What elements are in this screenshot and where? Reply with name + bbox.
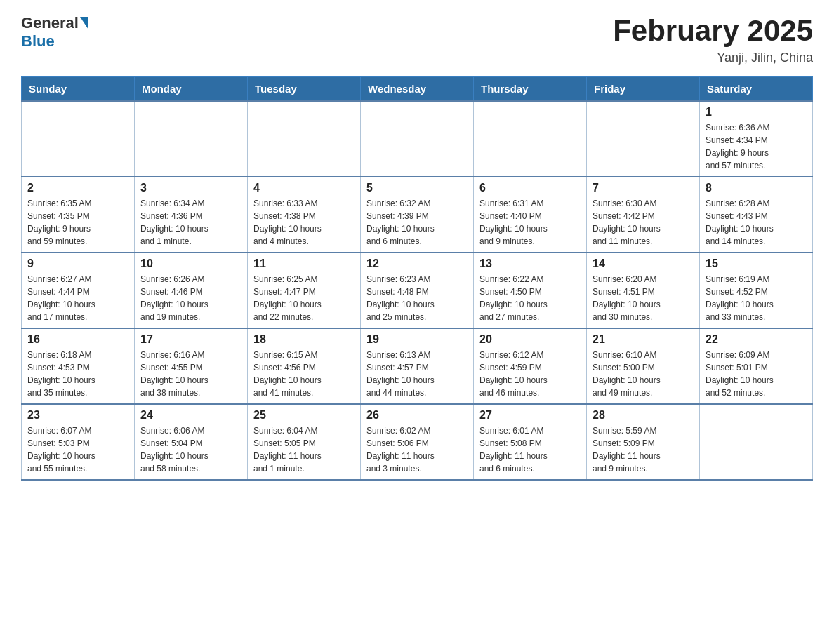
- day-info: Sunrise: 6:15 AM Sunset: 4:56 PM Dayligh…: [253, 349, 355, 399]
- day-number: 12: [366, 257, 468, 270]
- logo-general-text: General: [21, 14, 79, 32]
- logo: General Blue: [21, 14, 90, 51]
- day-info: Sunrise: 6:02 AM Sunset: 5:06 PM Dayligh…: [366, 424, 468, 475]
- day-info: Sunrise: 6:30 AM Sunset: 4:42 PM Dayligh…: [593, 197, 694, 248]
- day-number: 3: [140, 182, 241, 194]
- day-info: Sunrise: 6:22 AM Sunset: 4:50 PM Dayligh…: [479, 273, 581, 323]
- calendar-cell: 8Sunrise: 6:28 AM Sunset: 4:43 PM Daylig…: [700, 177, 813, 253]
- day-info: Sunrise: 6:34 AM Sunset: 4:36 PM Dayligh…: [140, 197, 241, 248]
- calendar-cell: [361, 101, 474, 177]
- calendar-week-row: 23Sunrise: 6:07 AM Sunset: 5:03 PM Dayli…: [22, 404, 813, 480]
- calendar-cell: [587, 101, 700, 177]
- day-number: 9: [27, 257, 128, 270]
- day-number: 19: [366, 333, 468, 346]
- day-info: Sunrise: 6:27 AM Sunset: 4:44 PM Dayligh…: [27, 273, 128, 323]
- day-number: 28: [593, 409, 694, 422]
- day-number: 14: [593, 257, 694, 270]
- calendar-cell: [22, 101, 135, 177]
- calendar-cell: 5Sunrise: 6:32 AM Sunset: 4:39 PM Daylig…: [361, 177, 474, 253]
- day-number: 1: [706, 106, 807, 119]
- calendar-cell: 18Sunrise: 6:15 AM Sunset: 4:56 PM Dayli…: [248, 328, 361, 404]
- calendar-header-tuesday: Tuesday: [248, 77, 361, 102]
- calendar-cell: 19Sunrise: 6:13 AM Sunset: 4:57 PM Dayli…: [361, 328, 474, 404]
- calendar-cell: 11Sunrise: 6:25 AM Sunset: 4:47 PM Dayli…: [248, 253, 361, 328]
- calendar-week-row: 16Sunrise: 6:18 AM Sunset: 4:53 PM Dayli…: [22, 328, 813, 404]
- calendar-cell: 21Sunrise: 6:10 AM Sunset: 5:00 PM Dayli…: [587, 328, 700, 404]
- calendar-cell: 26Sunrise: 6:02 AM Sunset: 5:06 PM Dayli…: [361, 404, 474, 480]
- day-info: Sunrise: 6:13 AM Sunset: 4:57 PM Dayligh…: [366, 349, 468, 399]
- title-block: February 2025 Yanji, Jilin, China: [613, 14, 813, 65]
- calendar-cell: 28Sunrise: 5:59 AM Sunset: 5:09 PM Dayli…: [587, 404, 700, 480]
- calendar-cell: 15Sunrise: 6:19 AM Sunset: 4:52 PM Dayli…: [700, 253, 813, 328]
- day-number: 15: [706, 257, 807, 270]
- calendar-header-wednesday: Wednesday: [361, 77, 474, 102]
- calendar-cell: 2Sunrise: 6:35 AM Sunset: 4:35 PM Daylig…: [22, 177, 135, 253]
- calendar-cell: 3Sunrise: 6:34 AM Sunset: 4:36 PM Daylig…: [135, 177, 248, 253]
- calendar-cell: [135, 101, 248, 177]
- day-number: 4: [253, 182, 355, 194]
- calendar-cell: 25Sunrise: 6:04 AM Sunset: 5:05 PM Dayli…: [248, 404, 361, 480]
- calendar-header-monday: Monday: [135, 77, 248, 102]
- day-info: Sunrise: 6:12 AM Sunset: 4:59 PM Dayligh…: [479, 349, 581, 399]
- calendar-cell: [700, 404, 813, 480]
- day-number: 27: [479, 409, 581, 422]
- day-info: Sunrise: 6:07 AM Sunset: 5:03 PM Dayligh…: [27, 424, 128, 475]
- day-info: Sunrise: 6:18 AM Sunset: 4:53 PM Dayligh…: [27, 349, 128, 399]
- day-info: Sunrise: 6:31 AM Sunset: 4:40 PM Dayligh…: [479, 197, 581, 248]
- calendar-cell: 22Sunrise: 6:09 AM Sunset: 5:01 PM Dayli…: [700, 328, 813, 404]
- location-subtitle: Yanji, Jilin, China: [613, 51, 813, 65]
- calendar-cell: 9Sunrise: 6:27 AM Sunset: 4:44 PM Daylig…: [22, 253, 135, 328]
- day-number: 8: [706, 182, 807, 194]
- calendar-cell: 12Sunrise: 6:23 AM Sunset: 4:48 PM Dayli…: [361, 253, 474, 328]
- calendar-cell: 27Sunrise: 6:01 AM Sunset: 5:08 PM Dayli…: [474, 404, 587, 480]
- logo-triangle-icon: [80, 17, 88, 29]
- calendar-cell: 6Sunrise: 6:31 AM Sunset: 4:40 PM Daylig…: [474, 177, 587, 253]
- day-number: 25: [253, 409, 355, 422]
- day-number: 24: [140, 409, 241, 422]
- month-title: February 2025: [613, 14, 813, 48]
- day-number: 13: [479, 257, 581, 270]
- calendar-cell: 23Sunrise: 6:07 AM Sunset: 5:03 PM Dayli…: [22, 404, 135, 480]
- page-header: General Blue February 2025 Yanji, Jilin,…: [21, 14, 813, 65]
- day-info: Sunrise: 6:01 AM Sunset: 5:08 PM Dayligh…: [479, 424, 581, 475]
- calendar-cell: 4Sunrise: 6:33 AM Sunset: 4:38 PM Daylig…: [248, 177, 361, 253]
- day-number: 11: [253, 257, 355, 270]
- calendar-cell: 7Sunrise: 6:30 AM Sunset: 4:42 PM Daylig…: [587, 177, 700, 253]
- calendar-cell: 20Sunrise: 6:12 AM Sunset: 4:59 PM Dayli…: [474, 328, 587, 404]
- day-number: 22: [706, 333, 807, 346]
- calendar-cell: 13Sunrise: 6:22 AM Sunset: 4:50 PM Dayli…: [474, 253, 587, 328]
- day-number: 7: [593, 182, 694, 194]
- day-number: 10: [140, 257, 241, 270]
- day-info: Sunrise: 6:25 AM Sunset: 4:47 PM Dayligh…: [253, 273, 355, 323]
- day-number: 20: [479, 333, 581, 346]
- calendar-header-sunday: Sunday: [22, 77, 135, 102]
- calendar-week-row: 2Sunrise: 6:35 AM Sunset: 4:35 PM Daylig…: [22, 177, 813, 253]
- calendar-cell: [248, 101, 361, 177]
- day-info: Sunrise: 6:10 AM Sunset: 5:00 PM Dayligh…: [593, 349, 694, 399]
- calendar-week-row: 1Sunrise: 6:36 AM Sunset: 4:34 PM Daylig…: [22, 101, 813, 177]
- logo-blue-text: Blue: [21, 32, 55, 51]
- day-info: Sunrise: 6:16 AM Sunset: 4:55 PM Dayligh…: [140, 349, 241, 399]
- calendar-header-friday: Friday: [587, 77, 700, 102]
- calendar-header-thursday: Thursday: [474, 77, 587, 102]
- day-number: 6: [479, 182, 581, 194]
- calendar-cell: 1Sunrise: 6:36 AM Sunset: 4:34 PM Daylig…: [700, 101, 813, 177]
- calendar-table: SundayMondayTuesdayWednesdayThursdayFrid…: [21, 76, 813, 481]
- calendar-cell: 24Sunrise: 6:06 AM Sunset: 5:04 PM Dayli…: [135, 404, 248, 480]
- day-info: Sunrise: 6:33 AM Sunset: 4:38 PM Dayligh…: [253, 197, 355, 248]
- day-number: 18: [253, 333, 355, 346]
- day-number: 21: [593, 333, 694, 346]
- day-info: Sunrise: 6:04 AM Sunset: 5:05 PM Dayligh…: [253, 424, 355, 475]
- calendar-cell: 14Sunrise: 6:20 AM Sunset: 4:51 PM Dayli…: [587, 253, 700, 328]
- calendar-header-row: SundayMondayTuesdayWednesdayThursdayFrid…: [22, 77, 813, 102]
- calendar-cell: [474, 101, 587, 177]
- day-info: Sunrise: 6:26 AM Sunset: 4:46 PM Dayligh…: [140, 273, 241, 323]
- day-info: Sunrise: 6:06 AM Sunset: 5:04 PM Dayligh…: [140, 424, 241, 475]
- calendar-cell: 16Sunrise: 6:18 AM Sunset: 4:53 PM Dayli…: [22, 328, 135, 404]
- day-info: Sunrise: 6:23 AM Sunset: 4:48 PM Dayligh…: [366, 273, 468, 323]
- calendar-cell: 10Sunrise: 6:26 AM Sunset: 4:46 PM Dayli…: [135, 253, 248, 328]
- day-info: Sunrise: 6:35 AM Sunset: 4:35 PM Dayligh…: [27, 197, 128, 248]
- calendar-cell: 17Sunrise: 6:16 AM Sunset: 4:55 PM Dayli…: [135, 328, 248, 404]
- day-number: 16: [27, 333, 128, 346]
- day-number: 23: [27, 409, 128, 422]
